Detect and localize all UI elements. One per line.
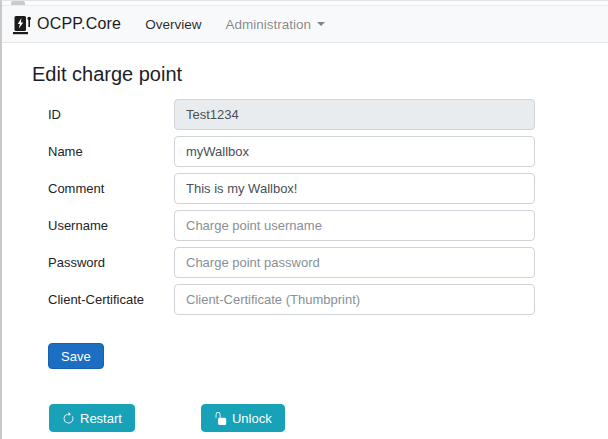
password-label: Password: [48, 255, 174, 270]
unlock-button-label: Unlock: [232, 411, 272, 426]
device-actions: Restart Unlock: [49, 404, 608, 432]
nav-item-overview[interactable]: Overview: [145, 17, 201, 32]
chevron-down-icon: [317, 22, 325, 26]
form-row-comment: Comment: [48, 173, 608, 204]
comment-label: Comment: [48, 181, 174, 196]
form-row-client-certificate: Client-Certificate: [48, 284, 608, 315]
charging-station-icon: [12, 14, 32, 35]
browser-chrome-artifact: [11, 1, 25, 5]
open-padlock-icon: [214, 412, 227, 425]
nav-item-administration-label: Administration: [225, 17, 311, 32]
browser-chrome-strip: [2, 1, 608, 6]
form-row-name: Name: [48, 136, 608, 167]
form-row-password: Password: [48, 247, 608, 278]
client-certificate-field[interactable]: [174, 284, 535, 315]
refresh-icon: [62, 412, 75, 425]
name-field[interactable]: [174, 136, 535, 167]
edit-charge-point-page: { "navbar": { "brand": "OCPP.Core", "lin…: [0, 0, 608, 439]
restart-button-label: Restart: [80, 411, 122, 426]
edit-charge-point-form: ID Name Comment Username Password Client…: [32, 99, 608, 369]
navbar: OCPP.Core Overview Administration: [2, 6, 608, 43]
page-title: Edit charge point: [32, 63, 608, 86]
main-content: Edit charge point ID Name Comment Userna…: [2, 43, 608, 432]
username-label: Username: [48, 218, 174, 233]
id-field: [174, 99, 535, 130]
id-label: ID: [48, 107, 174, 122]
client-certificate-label: Client-Certificate: [48, 292, 174, 307]
form-row-username: Username: [48, 210, 608, 241]
form-row-id: ID: [48, 99, 608, 130]
name-label: Name: [48, 144, 174, 159]
password-field[interactable]: [174, 247, 535, 278]
brand-title[interactable]: OCPP.Core: [37, 15, 121, 33]
comment-field[interactable]: [174, 173, 535, 204]
username-field[interactable]: [174, 210, 535, 241]
save-button[interactable]: Save: [48, 343, 104, 369]
navbar-brand[interactable]: OCPP.Core: [12, 14, 121, 35]
restart-button[interactable]: Restart: [49, 404, 135, 432]
nav-item-administration[interactable]: Administration: [225, 17, 325, 32]
unlock-button[interactable]: Unlock: [201, 404, 285, 432]
